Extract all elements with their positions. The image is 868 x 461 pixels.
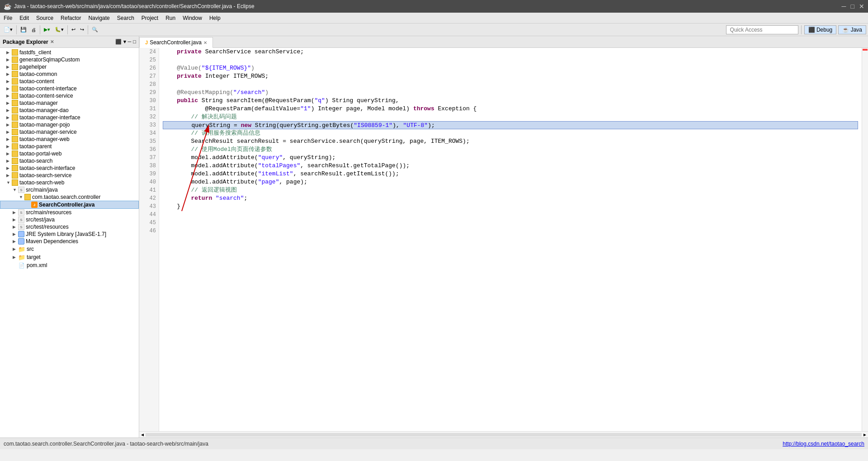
tree-item-label: target [27,254,41,260]
run-button[interactable]: ▶▾ [42,26,52,33]
close-button[interactable]: ✕ [859,3,864,10]
toolbar: 📄▾ 💾 🖨 ▶▾ 🐛▾ ↩ ↪ 🔍 ⬛ Debug ☕ Java [0,24,868,36]
status-bar: com.taotao.search.controller.SearchContr… [0,437,868,449]
tree-arrow-icon: ▶ [13,232,18,236]
pe-item-taotao-manager-pojo[interactable]: ▶taotao-manager-pojo [0,121,139,128]
h-scroll-right-arrow[interactable]: ▶ [862,432,868,437]
pe-item-src[interactable]: ▶📁src [0,245,139,253]
pe-item-pom-xml[interactable]: 📄pom.xml [0,261,139,269]
tree-item-label: taotao-common [19,71,57,77]
pe-collapse-button[interactable]: ⬛ [115,39,122,45]
pe-item-taotao-manager-web[interactable]: ▶taotao-manager-web [0,136,139,143]
editor-tab-close-icon[interactable]: ✕ [203,40,207,45]
tree-item-label: taotao-parent [19,143,52,150]
toolbar-left: 📄▾ 💾 🖨 ▶▾ 🐛▾ ↩ ↪ 🔍 [2,25,100,34]
horizontal-scrollbar[interactable]: ◀ ▶ [139,431,868,437]
pe-item-searchcontroller-java[interactable]: JSearchController.java [0,201,139,209]
pe-menu-button[interactable]: ▾ [123,39,126,45]
editor-right-scrollbar[interactable] [862,48,868,431]
pe-item-taotao-manager-service[interactable]: ▶taotao-manager-service [0,128,139,136]
menu-project[interactable]: Project [138,13,162,23]
save-button[interactable]: 💾 [19,26,28,33]
pe-item-com-taotao-search-controller[interactable]: ▼com.taotao.search.controller [0,193,139,201]
quick-access-input[interactable] [726,25,798,34]
menu-refactor[interactable]: Refactor [57,13,85,23]
pe-max-button[interactable]: □ [133,39,136,45]
pe-item-src/test/java[interactable]: ▶Ssrc/test/java [0,216,139,223]
tree-item-label: taotao-content-interface [19,85,77,92]
minimize-button[interactable]: ─ [842,3,846,10]
pe-item-jre-system-library-[javase-1-7][interactable]: ▶JRE System Library [JavaSE-1.7] [0,230,139,238]
java-perspective-button[interactable]: ☕ Java [838,25,866,34]
pe-item-taotao-content-service[interactable]: ▶taotao-content-service [0,92,139,99]
menu-edit[interactable]: Edit [16,13,33,23]
h-scroll-left-arrow[interactable]: ◀ [139,432,146,437]
pe-item-pagehelper[interactable]: ▶pagehelper [0,63,139,71]
tree-arrow-icon: ▶ [6,130,12,134]
tree-item-label: taotao-search-interface [19,165,75,171]
tree-arrow-icon: ▶ [13,217,18,222]
pe-item-src/main/java[interactable]: ▼Ssrc/main/java [0,186,139,193]
tree-arrow-icon: ▶ [6,65,12,69]
tree-arrow-icon: ▶ [6,159,12,163]
tree-item-icon [12,64,18,70]
editor-tab-label: SearchController.java [150,39,202,46]
pe-header-title-area: Package Explorer ✕ [3,39,54,45]
tree-item-label: com.taotao.search.controller [32,194,100,200]
debug-run-button[interactable]: 🐛▾ [53,26,66,33]
tree-item-icon [12,71,18,77]
pe-item-taotao-portal-web[interactable]: ▶taotao-portal-web [0,150,139,157]
debug-perspective-button[interactable]: ⬛ Debug [804,25,837,34]
tree-item-icon: S [18,187,24,193]
undo-button[interactable]: ↩ [70,26,77,33]
tree-item-label: taotao-search-service [19,172,71,179]
pe-item-taotao-search-web[interactable]: ▼taotao-search-web [0,179,139,186]
pe-item-taotao-manager[interactable]: ▶taotao-manager [0,99,139,107]
pe-item-taotao-search-interface[interactable]: ▶taotao-search-interface [0,165,139,172]
tree-item-label: fastdfs_client [19,49,51,56]
pe-item-maven-dependencies[interactable]: ▶Maven Dependencies [0,238,139,245]
maximize-button[interactable]: □ [851,3,854,10]
tree-item-label: pom.xml [27,262,47,268]
tree-item-icon [12,172,18,179]
tree-item-label: taotao-manager-web [19,136,70,142]
editor-tab-searchcontroller[interactable]: J SearchController.java ✕ [139,37,213,48]
pe-min-button[interactable]: ─ [128,39,132,45]
menu-run[interactable]: Run [162,13,179,23]
pe-item-fastdfs_client[interactable]: ▶fastdfs_client [0,49,139,56]
redo-button[interactable]: ↪ [78,26,86,33]
pe-item-src/main/resources[interactable]: ▶Ssrc/main/resources [0,209,139,216]
menu-help[interactable]: Help [206,13,224,23]
pe-item-taotao-common[interactable]: ▶taotao-common [0,71,139,78]
pe-item-taotao-manager-interface[interactable]: ▶taotao-manager-interface [0,114,139,121]
status-left: com.taotao.search.controller.SearchContr… [4,441,208,447]
menu-source[interactable]: Source [33,13,57,23]
pe-item-taotao-content-interface[interactable]: ▶taotao-content-interface [0,85,139,92]
search-button[interactable]: 🔍 [90,26,100,33]
tree-item-label: generatorSqlmapCustom [19,56,80,63]
pe-item-taotao-manager-dao[interactable]: ▶taotao-manager-dao [0,107,139,114]
tree-item-label: taotao-search-web [19,179,64,186]
line-number: 38 [139,162,159,170]
tree-item-icon [18,231,24,237]
print-button[interactable]: 🖨 [29,26,38,33]
menu-navigate[interactable]: Navigate [85,13,113,23]
window-title: Java - taotao-search-web/src/main/java/c… [14,3,255,9]
pe-item-taotao-search[interactable]: ▶taotao-search [0,157,139,165]
code-content[interactable]: private SearchService searchService; @Va… [159,48,862,431]
pe-item-taotao-content[interactable]: ▶taotao-content [0,78,139,85]
pe-item-src/test/resources[interactable]: ▶Ssrc/test/resources [0,223,139,230]
code-line-34: // 调用服务搜索商品信息 [163,129,858,137]
pe-item-taotao-parent[interactable]: ▶taotao-parent [0,143,139,150]
pe-item-taotao-search-service[interactable]: ▶taotao-search-service [0,172,139,179]
code-line-26: @Value("${ITEM_ROWS}") [163,64,858,72]
pe-item-target[interactable]: ▶📁target [0,253,139,261]
h-scroll-track[interactable] [146,433,862,437]
menu-file[interactable]: File [0,13,16,23]
pe-item-generatorsqlmapcustom[interactable]: ▶generatorSqlmapCustom [0,56,139,63]
menu-search[interactable]: Search [113,13,138,23]
tree-item-icon [12,107,18,113]
new-button[interactable]: 📄▾ [2,26,14,33]
editor-tab-icon: J [145,40,148,45]
menu-window[interactable]: Window [179,13,206,23]
